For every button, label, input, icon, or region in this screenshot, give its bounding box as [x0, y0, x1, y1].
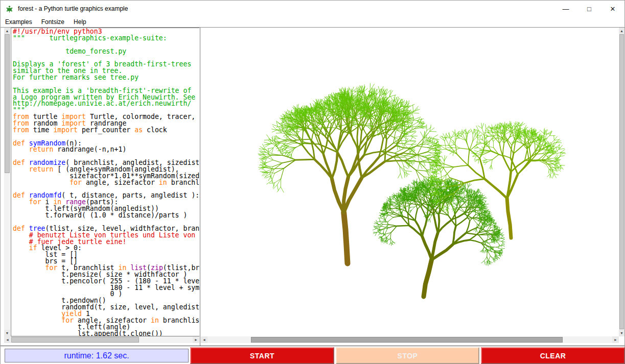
clear-button[interactable]: CLEAR	[481, 347, 625, 364]
editor-vscrollbar-thumb[interactable]	[5, 34, 10, 173]
code-line: """ turtlegraphics-example-suite:	[13, 35, 199, 42]
menu-item-help[interactable]: Help	[69, 17, 91, 27]
window-controls: — □ ✕	[554, 1, 624, 17]
statusbar: runtime: 1.62 sec. START STOP CLEAR	[1, 346, 624, 364]
start-button[interactable]: START	[190, 347, 334, 364]
code-editor[interactable]: #!/usr/bin/env python3""" turtlegraphics…	[11, 28, 199, 336]
stop-button[interactable]: STOP	[336, 347, 479, 364]
maximize-button[interactable]: □	[577, 1, 601, 17]
code-line: return randrange(-n,n+1)	[13, 147, 199, 153]
canvas-hscrollbar-thumb[interactable]	[251, 337, 563, 343]
scroll-right-icon[interactable]: ►	[612, 336, 619, 343]
editor-hscrollbar-thumb[interactable]	[11, 337, 139, 343]
window-title: forest - a Python turtle graphics exampl…	[18, 5, 128, 12]
menu-item-examples[interactable]: Examples	[1, 17, 37, 27]
minimize-button[interactable]: —	[554, 1, 577, 17]
code-line: http://homepage.univie.ac.at/erich.neuwi…	[13, 101, 199, 107]
editor-hscrollbar[interactable]: ◄ ►	[4, 336, 199, 343]
scroll-up-icon[interactable]: ▲	[4, 28, 10, 34]
code-line: t.forward( (1.0 * distance)/parts )	[13, 212, 199, 219]
code-line: tdemo_forest.py	[13, 48, 199, 55]
canvas-hscrollbar[interactable]: ◄ ►	[201, 336, 619, 343]
menu-item-fontsize[interactable]: Fontsize	[37, 17, 69, 27]
scroll-down-icon[interactable]: ▼	[619, 330, 624, 336]
forest-trees-drawing	[201, 28, 619, 336]
scroll-left-icon[interactable]: ◄	[201, 336, 207, 343]
code-line: for angle, sizefactor in branchlist ]	[13, 180, 199, 186]
scroll-up-icon[interactable]: ▲	[619, 28, 624, 34]
editor-vscrollbar[interactable]: ▲ ▼	[4, 28, 10, 336]
runtime-display: runtime: 1.62 sec.	[5, 349, 189, 362]
scroll-down-icon[interactable]: ▼	[4, 330, 10, 336]
scroll-right-icon[interactable]: ►	[193, 336, 199, 343]
code-line: lst.append(t.clone())	[13, 331, 199, 336]
turtle-canvas	[201, 28, 619, 336]
pane-divider	[200, 28, 200, 346]
scroll-left-icon[interactable]: ◄	[4, 336, 11, 343]
code-line: For further remarks see tree.py	[13, 75, 199, 81]
close-button[interactable]: ✕	[601, 1, 624, 17]
menubar: Examples Fontsize Help	[1, 17, 624, 28]
turtle-icon	[5, 5, 14, 13]
titlebar: forest - a Python turtle graphics exampl…	[1, 1, 624, 17]
app-window: forest - a Python turtle graphics exampl…	[0, 0, 625, 364]
canvas-vscrollbar[interactable]: ▲ ▼	[619, 28, 624, 336]
canvas-vscrollbar-thumb[interactable]	[619, 34, 624, 329]
code-line: from time import perf_counter as clock	[13, 127, 199, 134]
